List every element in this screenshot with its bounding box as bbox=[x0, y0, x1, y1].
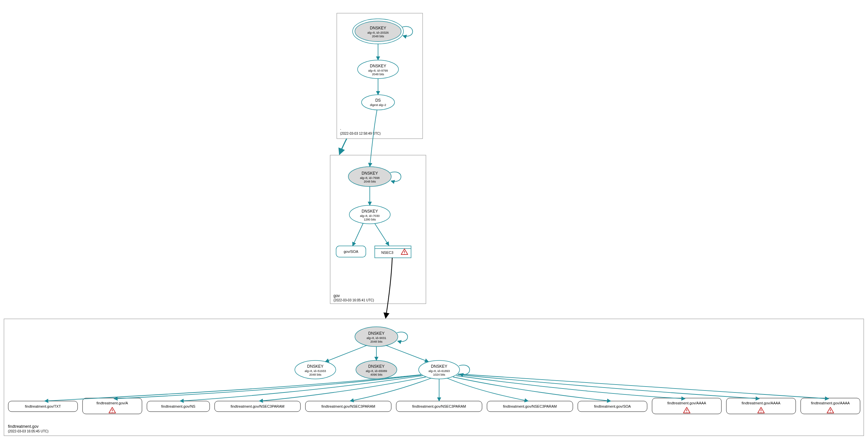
svg-text:2048 bits: 2048 bits bbox=[372, 35, 384, 38]
zone-ft-label: findtreatment.gov bbox=[8, 424, 39, 429]
svg-text:findtreatment.gov/NSEC3PARAM: findtreatment.gov/NSEC3PARAM bbox=[412, 404, 466, 408]
node-gov-nsec3: NSEC3 bbox=[375, 246, 411, 258]
record-soa: findtreatment.gov/SOA bbox=[578, 401, 647, 412]
svg-text:alg=8, id=7698: alg=8, id=7698 bbox=[360, 176, 380, 180]
svg-text:2048 bits: 2048 bits bbox=[364, 180, 376, 183]
svg-text:DS: DS bbox=[375, 98, 381, 103]
svg-text:findtreatment.gov/AAAA: findtreatment.gov/AAAA bbox=[742, 401, 780, 405]
svg-text:DNSKEY: DNSKEY bbox=[431, 364, 447, 369]
node-gov-ksk: DNSKEY alg=8, id=7698 2048 bits bbox=[348, 167, 391, 187]
svg-text:NSEC3: NSEC3 bbox=[381, 251, 394, 254]
zone-findtreatment: findtreatment.gov (2022-03-03 16:05:45 U… bbox=[4, 319, 864, 436]
record-nsec3p-4: findtreatment.gov/NSEC3PARAM bbox=[487, 401, 573, 412]
zone-root: . (2022-03-03 12:58:49 UTC) DNSKEY alg=8… bbox=[337, 13, 423, 139]
svg-text:alg=8, id=9799: alg=8, id=9799 bbox=[368, 69, 388, 72]
svg-text:findtreatment.gov/A: findtreatment.gov/A bbox=[96, 401, 128, 405]
svg-text:alg=8, id=9031: alg=8, id=9031 bbox=[367, 336, 386, 340]
svg-text:digest alg=2: digest alg=2 bbox=[370, 103, 386, 106]
record-nsec3p-1: findtreatment.gov/NSEC3PARAM bbox=[215, 401, 301, 412]
svg-text:findtreatment.gov/AAAA: findtreatment.gov/AAAA bbox=[667, 401, 706, 405]
svg-text:alg=8, id=20326: alg=8, id=20326 bbox=[368, 31, 389, 34]
svg-text:1280 bits: 1280 bits bbox=[364, 218, 376, 221]
svg-text:findtreatment.gov/SOA: findtreatment.gov/SOA bbox=[594, 404, 631, 408]
svg-rect-62 bbox=[652, 398, 721, 414]
svg-text:alg=8, id=7030: alg=8, id=7030 bbox=[360, 214, 380, 218]
svg-text:alg=8, id=65089: alg=8, id=65089 bbox=[366, 369, 387, 373]
svg-text:alg=8, id=51933: alg=8, id=51933 bbox=[305, 369, 326, 373]
node-ft-k2: DNSKEY alg=8, id=51933 2048 bits bbox=[295, 360, 336, 379]
svg-text:DNSKEY: DNSKEY bbox=[368, 331, 384, 336]
svg-text:2048 bits: 2048 bits bbox=[372, 73, 384, 76]
svg-text:findtreatment.gov/AAAA: findtreatment.gov/AAAA bbox=[811, 401, 850, 405]
record-nsec3p-3: findtreatment.gov/NSEC3PARAM bbox=[396, 401, 482, 412]
node-ft-k4: DNSKEY alg=8, id=61893 1024 bits bbox=[418, 360, 460, 379]
record-aaaa-2: findtreatment.gov/AAAA bbox=[726, 398, 796, 414]
svg-text:DNSKEY: DNSKEY bbox=[307, 364, 323, 369]
svg-text:DNSKEY: DNSKEY bbox=[362, 209, 378, 214]
zone-gov: gov (2022-03-03 16:05:41 UTC) DNSKEY alg… bbox=[330, 155, 426, 304]
node-root-zsk: DNSKEY alg=8, id=9799 2048 bits bbox=[358, 60, 399, 78]
svg-text:DNSKEY: DNSKEY bbox=[370, 26, 386, 30]
node-ft-ksk: DNSKEY alg=8, id=9031 2048 bits bbox=[355, 327, 398, 347]
record-ns: findtreatment.gov/NS bbox=[147, 401, 210, 412]
zone-root-ts: (2022-03-03 12:58:49 UTC) bbox=[340, 132, 381, 135]
zone-gov-label: gov bbox=[334, 293, 340, 298]
svg-text:findtreatment.gov/NSEC3PARAM: findtreatment.gov/NSEC3PARAM bbox=[230, 404, 284, 408]
dnssec-diagram: . (2022-03-03 12:58:49 UTC) DNSKEY alg=8… bbox=[0, 0, 868, 441]
svg-text:alg=8, id=61893: alg=8, id=61893 bbox=[429, 369, 450, 373]
svg-text:4096 bits: 4096 bits bbox=[370, 373, 383, 376]
record-aaaa-1: findtreatment.gov/AAAA bbox=[652, 398, 721, 414]
record-txt: findtreatment.gov/TXT bbox=[8, 401, 78, 412]
zone-gov-ts: (2022-03-03 16:05:41 UTC) bbox=[334, 298, 374, 302]
svg-text:DNSKEY: DNSKEY bbox=[368, 364, 384, 369]
svg-text:findtreatment.gov/TXT: findtreatment.gov/TXT bbox=[25, 404, 61, 408]
node-root-ksk: DNSKEY alg=8, id=20326 2048 bits bbox=[352, 19, 403, 44]
svg-text:2048 bits: 2048 bits bbox=[309, 373, 321, 376]
svg-rect-64 bbox=[726, 398, 796, 414]
svg-text:gov/SOA: gov/SOA bbox=[344, 250, 359, 253]
zone-ft-ts: (2022-03-03 16:05:45 UTC) bbox=[8, 430, 49, 433]
node-gov-zsk: DNSKEY alg=8, id=7030 1280 bits bbox=[349, 205, 390, 224]
svg-text:findtreatment.gov/NSEC3PARAM: findtreatment.gov/NSEC3PARAM bbox=[321, 404, 375, 408]
svg-text:2048 bits: 2048 bits bbox=[370, 340, 383, 343]
zone-root-label: . bbox=[340, 126, 341, 131]
node-ft-k3: DNSKEY alg=8, id=65089 4096 bits bbox=[356, 360, 397, 379]
node-root-ds: DS digest alg=2 bbox=[362, 95, 395, 110]
record-a: findtreatment.gov/A bbox=[83, 398, 142, 414]
svg-rect-48 bbox=[83, 398, 142, 414]
record-aaaa-3: findtreatment.gov/AAAA bbox=[801, 398, 860, 414]
node-gov-soa: gov/SOA bbox=[336, 246, 366, 257]
svg-rect-66 bbox=[801, 398, 860, 414]
svg-text:DNSKEY: DNSKEY bbox=[370, 64, 386, 68]
svg-text:DNSKEY: DNSKEY bbox=[362, 171, 378, 176]
record-nsec3p-2: findtreatment.gov/NSEC3PARAM bbox=[305, 401, 391, 412]
svg-text:findtreatment.gov/NS: findtreatment.gov/NS bbox=[161, 404, 195, 408]
svg-text:findtreatment.gov/NSEC3PARAM: findtreatment.gov/NSEC3PARAM bbox=[503, 404, 557, 408]
svg-text:1024 bits: 1024 bits bbox=[433, 373, 445, 376]
